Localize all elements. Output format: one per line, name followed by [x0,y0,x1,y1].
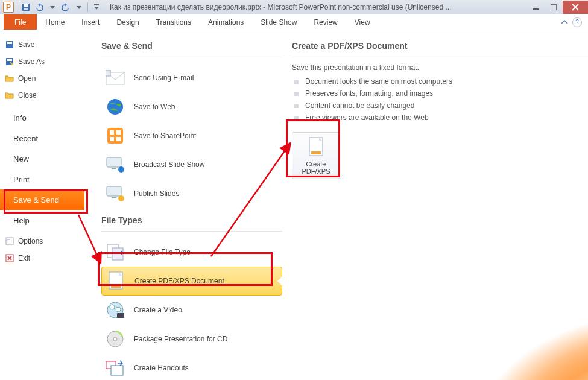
svg-rect-7 [7,42,12,44]
options-icon [5,236,14,246]
label: Options [18,237,43,245]
nav-save[interactable]: Save [0,36,84,53]
svg-point-17 [107,99,123,115]
opt-publish-slides[interactable]: Publish Slides [101,179,282,208]
nav-help[interactable]: Help [0,210,84,230]
opt-send-email[interactable]: Send Using E-mail [101,63,282,92]
opt-broadcast[interactable]: Broadcast Slide Show [101,150,282,179]
nav-options[interactable]: Options [0,233,84,250]
tab-transitions[interactable]: Transitions [148,14,200,30]
save-icon[interactable] [20,1,32,13]
opt-create-pdf-xps[interactable]: Create PDF/XPS Document [101,267,282,296]
dropdown-icon[interactable] [73,1,85,13]
customize-qat-icon[interactable] [90,1,103,13]
window-title: Как из презентации сделать видеоролик.pp… [105,3,526,11]
svg-rect-4 [533,8,539,10]
nav-new[interactable]: New [0,148,84,169]
nav-save-send[interactable]: Save & Send [0,189,84,210]
label: Publish Slides [134,189,179,198]
video-icon [105,300,125,320]
svg-rect-2 [24,8,28,10]
divider [292,57,588,57]
svg-rect-12 [7,241,12,241]
minimize-button[interactable] [526,1,545,14]
label-line1: Create [306,160,326,168]
close-button[interactable] [563,1,588,14]
change-type-icon [105,242,125,262]
svg-rect-5 [551,4,557,10]
save-icon [5,40,14,49]
svg-rect-19 [110,130,114,135]
svg-rect-23 [107,157,121,167]
svg-rect-24 [112,168,116,169]
svg-rect-18 [107,128,123,144]
divider [101,231,282,232]
opt-change-file-type[interactable]: Change File Type [101,238,282,267]
folder-open-icon [5,74,14,83]
nav-close[interactable]: Close [0,87,84,104]
opt-package-cd[interactable]: Package Presentation for CD [101,325,282,353]
svg-point-34 [110,305,115,309]
tab-slideshow[interactable]: Slide Show [252,14,305,30]
nav-recent[interactable]: Recent [0,128,84,148]
tab-review[interactable]: Review [305,14,346,30]
opt-create-handouts[interactable]: Create Handouts [101,353,282,380]
opt-save-web[interactable]: Save to Web [101,92,282,121]
svg-rect-42 [311,151,321,154]
create-pdf-xps-button[interactable]: CreatePDF/XPS [292,132,340,179]
svg-rect-36 [117,313,124,318]
help-icon[interactable]: ? [572,17,582,27]
backstage-left-nav: Save Save As Open Close Info Recent New … [0,30,84,380]
undo-icon[interactable] [33,1,45,13]
tab-design[interactable]: Design [108,14,147,30]
save-as-icon [5,57,14,66]
svg-rect-1 [24,4,28,7]
label-line2: PDF/XPS [302,168,330,175]
opt-save-sharepoint[interactable]: Save to SharePoint [101,121,282,150]
nav-info[interactable]: Info [0,107,84,128]
detail-heading: Create a PDF/XPS Document [292,41,588,51]
tab-home[interactable]: Home [37,14,73,30]
email-icon [105,68,125,88]
label: Package Presentation for CD [134,335,227,343]
detail-bullets: Document looks the same on most computer… [292,75,588,124]
file-types-heading: File Types [101,215,282,225]
nav-exit[interactable]: Exit [0,250,84,267]
publish-icon [105,183,125,204]
nav-print[interactable]: Print [0,169,84,189]
bullet: Preserves fonts, formatting, and images [292,87,588,100]
label: Create a Video [134,306,182,314]
tab-insert[interactable]: Insert [73,14,108,30]
svg-point-38 [113,337,117,341]
app-icon[interactable]: P [2,1,14,13]
bullet: Content cannot be easily changed [292,100,588,112]
nav-open[interactable]: Open [0,70,84,87]
svg-rect-22 [116,137,121,141]
cd-icon [105,329,125,349]
svg-rect-27 [112,197,116,198]
bullet: Document looks the same on most computer… [292,75,588,87]
svg-rect-9 [7,59,12,61]
svg-rect-13 [7,242,12,242]
svg-rect-32 [111,285,121,288]
tab-view[interactable]: View [346,14,379,30]
maximize-button[interactable] [545,1,563,14]
sharepoint-icon [105,125,125,146]
exit-icon [5,253,14,263]
redo-icon[interactable] [60,1,72,13]
label: Save to SharePoint [134,131,196,140]
label: Create PDF/XPS Document [134,277,224,285]
svg-rect-26 [107,186,121,196]
svg-rect-11 [7,239,10,240]
globe-icon [105,97,125,117]
tab-file[interactable]: File [4,14,37,30]
label: Send Using E-mail [134,74,194,82]
dropdown-icon[interactable] [46,1,58,13]
handouts-icon [105,358,125,378]
nav-save-as[interactable]: Save As [0,53,84,70]
opt-create-video[interactable]: Create a Video [101,296,282,325]
minimize-ribbon-icon[interactable] [560,18,569,27]
svg-rect-21 [110,137,114,141]
tab-animations[interactable]: Animations [200,14,252,30]
label: Change File Type [134,248,191,256]
